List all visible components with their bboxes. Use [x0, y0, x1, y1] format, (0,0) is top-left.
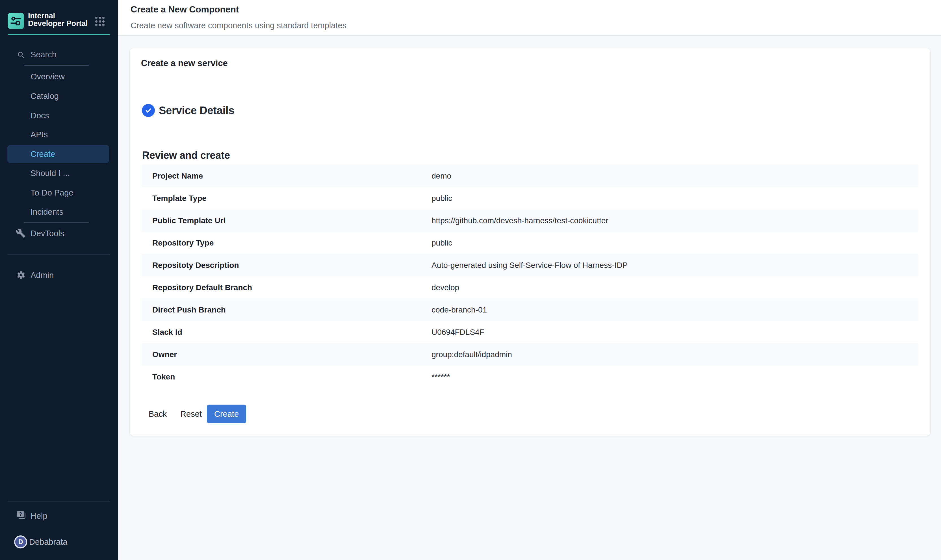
create-button[interactable]: Create — [207, 405, 246, 423]
sidebar-item-incidents[interactable]: Incidents — [31, 207, 63, 217]
table-row: Repository Default Branchdevelop — [142, 276, 918, 298]
idp-logo[interactable] — [8, 13, 24, 29]
sidebar-item-should-i[interactable]: Should I ... — [31, 168, 70, 178]
step-label[interactable]: Service Details — [159, 104, 234, 117]
sidebar-item-search[interactable]: Search — [31, 50, 57, 59]
table-row: Slack IdU0694FDLS4F — [142, 321, 918, 343]
sidebar-item-help[interactable]: Help — [31, 511, 48, 521]
table-row: Token****** — [142, 366, 918, 388]
table-row: Template Typepublic — [142, 187, 918, 209]
table-row: Repository Typepublic — [142, 232, 918, 254]
table-row: Direct Push Branchcode-branch-01 — [142, 298, 918, 321]
search-divider — [24, 65, 89, 66]
reset-button[interactable]: Reset — [180, 405, 202, 423]
page-header: Create a New Component Create new softwa… — [118, 0, 941, 36]
check-circle-icon — [142, 104, 155, 117]
sidebar-item-overview[interactable]: Overview — [31, 72, 65, 82]
wrench-icon — [16, 228, 26, 239]
card-title: Create a new service — [141, 58, 228, 68]
row-label: Repositoty Description — [152, 254, 239, 276]
brand-divider — [8, 34, 110, 35]
svg-text:?: ? — [19, 511, 22, 517]
table-row: Project Namedemo — [142, 165, 918, 187]
sidebar-item-admin[interactable]: Admin — [31, 271, 54, 280]
row-label: Slack Id — [152, 321, 182, 343]
sidebar-item-catalog[interactable]: Catalog — [31, 91, 59, 101]
review-title: Review and create — [142, 149, 230, 162]
gear-icon — [16, 271, 26, 281]
table-row: Repositoty DescriptionAuto-generated usi… — [142, 254, 918, 276]
page-subtitle: Create new software components using sta… — [131, 21, 346, 30]
row-label: Template Type — [152, 187, 206, 209]
row-value: public — [432, 232, 452, 254]
brand-title: Internal Developer Portal — [28, 12, 92, 28]
table-row: Public Template Urlhttps://github.com/de… — [142, 209, 918, 232]
user-name[interactable]: Debabrata — [29, 537, 67, 547]
row-label: Owner — [152, 343, 177, 366]
row-value: code-branch-01 — [432, 298, 487, 321]
row-value: demo — [432, 165, 451, 187]
table-row: Ownergroup:default/idpadmin — [142, 343, 918, 366]
row-value: https://github.com/devesh-harness/test-c… — [432, 209, 608, 232]
flow-logo-icon — [9, 15, 22, 27]
search-icon — [17, 51, 25, 60]
row-label: Repository Default Branch — [152, 276, 252, 298]
page-title: Create a New Component — [131, 4, 239, 15]
row-value: public — [432, 187, 452, 209]
row-label: Repository Type — [152, 232, 214, 254]
review-table: Project NamedemoTemplate TypepublicPubli… — [142, 165, 918, 388]
row-value: develop — [432, 276, 459, 298]
avatar-initial: D — [18, 538, 23, 546]
row-value: Auto-generated using Self-Service-Flow o… — [432, 254, 627, 276]
row-label: Project Name — [152, 165, 203, 187]
back-button[interactable]: Back — [146, 405, 169, 423]
main-content: Create a New Component Create new softwa… — [118, 0, 941, 560]
help-chat-icon: ? — [16, 510, 26, 522]
row-value: group:default/idpadmin — [432, 343, 512, 366]
sidebar-item-create-label: Create — [31, 145, 55, 163]
sidebar: Internal Developer Portal Search Overvie… — [0, 0, 118, 560]
sidebar-item-devtools[interactable]: DevTools — [31, 229, 64, 238]
apps-grid-icon[interactable] — [95, 17, 105, 26]
section-divider — [8, 254, 110, 255]
row-value: ****** — [432, 366, 450, 388]
avatar[interactable]: D — [14, 535, 27, 548]
sidebar-item-apis[interactable]: APIs — [31, 130, 48, 139]
row-value: U0694FDLS4F — [432, 321, 484, 343]
sidebar-item-to-do-page[interactable]: To Do Page — [31, 188, 74, 197]
sidebar-item-create[interactable]: Create — [7, 145, 109, 163]
row-label: Public Template Url — [152, 209, 226, 232]
sidebar-item-docs[interactable]: Docs — [31, 111, 49, 120]
footer-divider — [8, 501, 110, 502]
nav-divider — [24, 222, 89, 223]
row-label: Token — [152, 366, 175, 388]
row-label: Direct Push Branch — [152, 298, 226, 321]
create-service-card: Create a new service Service Details Rev… — [130, 48, 930, 436]
